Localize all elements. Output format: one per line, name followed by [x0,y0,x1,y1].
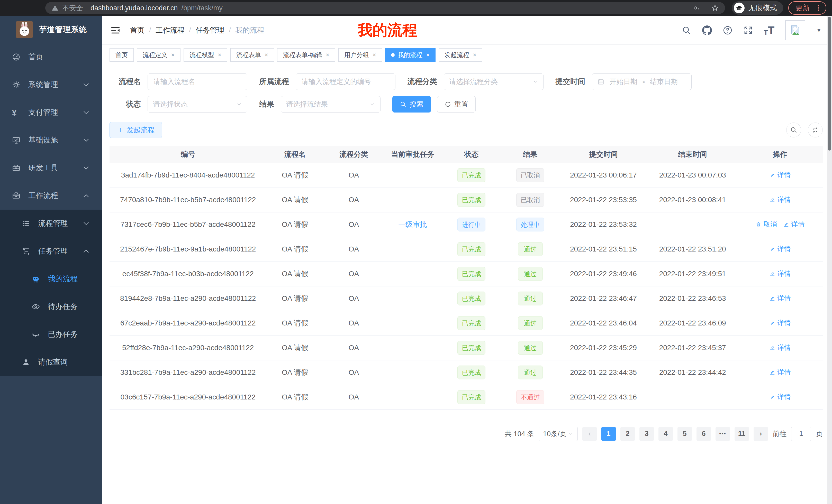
sidebar-item-workflow[interactable]: 工作流程 [0,182,102,209]
help-icon[interactable] [723,25,732,35]
breadcrumb-item[interactable]: 工作流程 [156,25,184,35]
close-icon[interactable]: × [473,51,476,59]
page-size-select[interactable]: 10条/页 [539,427,578,441]
page-button-6[interactable]: 6 [697,427,711,441]
chevron-up-icon [82,247,90,256]
end-time-cell: 2022-01-23 00:08:41 [648,188,737,212]
sidebar-item-infrastructure[interactable]: 基础设施 [0,127,102,154]
tab-label: 用户分组 [344,51,369,59]
tab-bar: 首页流程定义×流程模型×流程表单×流程表单-编辑×用户分组×我的流程×发起流程× [102,45,832,65]
sidebar-item-leave-query[interactable]: 请假查询 [0,348,102,376]
result-badge: 已取消 [516,168,544,182]
submit-time-range-picker[interactable]: 开始日期 - 结束日期 [592,74,692,90]
prev-page-button[interactable]: ‹ [582,427,597,441]
close-icon[interactable]: × [265,51,268,59]
refresh-table-button[interactable] [808,122,823,137]
submit-time-cell: 2022-01-23 00:06:17 [559,163,648,188]
chevron-down-icon [532,79,538,85]
search-icon [790,127,797,134]
detail-action[interactable]: 详情 [769,294,791,303]
process-id-cell: 7317cec6-7b9b-11ec-b5b7-acde48001122 [109,212,266,237]
page-button-4[interactable]: 4 [658,427,673,441]
process-category-select[interactable]: 请选择流程分类 [444,74,544,90]
detail-action[interactable]: 详情 [769,245,791,254]
page-button-2[interactable]: 2 [620,427,635,441]
page-button-5[interactable]: 5 [677,427,692,441]
page-scrollbar[interactable] [827,16,832,504]
sidebar-item-process-mgmt[interactable]: 流程管理 [0,209,102,237]
detail-action[interactable]: 详情 [769,269,791,278]
close-icon[interactable]: × [372,51,376,59]
avatar[interactable] [785,20,805,40]
font-size-icon[interactable]: TT [764,25,775,36]
fullscreen-icon[interactable] [743,25,753,35]
github-icon[interactable] [702,25,712,35]
sidebar-item-home[interactable]: 首页 [0,43,102,71]
end-time-cell: 2022-01-23 00:07:03 [648,163,737,188]
tab-我的流程[interactable]: 我的流程× [385,48,436,62]
sidebar-item-done-tasks[interactable]: 已办任务 [0,320,102,348]
close-icon[interactable]: × [326,51,329,59]
tab-流程模型[interactable]: 流程模型× [184,48,227,62]
sidebar-item-dev-tools[interactable]: 研发工具 [0,154,102,182]
process-name-cell: OA 请假 [266,212,323,237]
result-cell: 通过 [502,311,559,335]
tab-流程定义[interactable]: 流程定义× [137,48,181,62]
browser-update-button[interactable]: 更新 [788,1,826,15]
page-button-1[interactable]: 1 [601,427,616,441]
tab-发起流程[interactable]: 发起流程× [439,48,482,62]
close-icon[interactable]: × [171,51,175,59]
breadcrumb-item[interactable]: 任务管理 [196,25,224,35]
tab-首页[interactable]: 首页 [109,48,134,62]
table-row: 819442e8-7b9a-11ec-a290-acde48001122OA 请… [109,286,823,311]
detail-action[interactable]: 详情 [769,368,791,377]
sidebar-item-system[interactable]: 系统管理 [0,71,102,99]
scrollbar-thumb[interactable] [828,17,831,150]
search-icon[interactable] [682,25,691,35]
close-icon[interactable]: × [426,51,430,59]
tab-用户分组[interactable]: 用户分组× [338,48,382,62]
incognito-badge: 无痕模式 [732,1,783,15]
sidebar-item-task-mgmt[interactable]: 任务管理 [0,237,102,265]
page-ellipsis-button[interactable]: ••• [716,427,730,441]
detail-action[interactable]: 详情 [769,343,791,352]
sidebar-item-todo-tasks[interactable]: 待办任务 [0,293,102,320]
status-badge: 已完成 [458,316,486,330]
close-icon[interactable]: × [218,51,222,59]
process-category-cell: OA [323,311,384,335]
result-select[interactable]: 请选择流结果 [281,96,381,113]
current-task-cell [384,286,441,311]
status-select[interactable]: 请选择状态 [148,96,247,113]
search-button[interactable]: 搜索 [392,96,431,113]
next-page-button[interactable]: › [754,427,768,441]
tab-流程表单[interactable]: 流程表单× [230,48,274,62]
process-name-input[interactable] [148,74,247,90]
page-button-3[interactable]: 3 [640,427,654,441]
address-bar[interactable]: 不安全 dashboard.yudao.iocoder.cn/bpm/task/… [45,2,725,14]
create-process-button[interactable]: 发起流程 [109,122,162,138]
breadcrumb-item[interactable]: 首页 [130,25,145,35]
detail-action[interactable]: 详情 [769,318,791,328]
user-menu-caret-icon[interactable]: ▼ [816,27,822,34]
show-search-toggle-button[interactable] [786,122,801,137]
detail-action[interactable]: 详情 [769,195,791,204]
detail-action[interactable]: 详情 [783,220,805,229]
sidebar-fold-icon[interactable] [110,25,121,36]
process-definition-input[interactable] [296,74,395,90]
bookmark-star-icon[interactable] [711,4,719,12]
password-key-icon[interactable] [693,4,701,12]
column-header: 操作 [737,146,823,163]
current-task-cell [384,261,441,286]
detail-action[interactable]: 详情 [769,171,791,179]
reset-button[interactable]: 重置 [437,96,476,113]
sidebar-item-payment[interactable]: ¥支付管理 [0,99,102,127]
tab-流程表单-编辑[interactable]: 流程表单-编辑× [277,48,335,62]
detail-action[interactable]: 详情 [769,393,791,401]
page-button-11[interactable]: 11 [734,427,749,441]
sidebar-item-my-process[interactable]: 我的流程 [0,265,102,293]
result-cell: 处理中 [502,212,559,237]
cancel-action[interactable]: 取消 [755,220,777,229]
current-task-link[interactable]: 一级审批 [398,220,427,228]
kebab-menu-icon[interactable] [814,4,822,12]
goto-page-input[interactable] [791,427,811,441]
